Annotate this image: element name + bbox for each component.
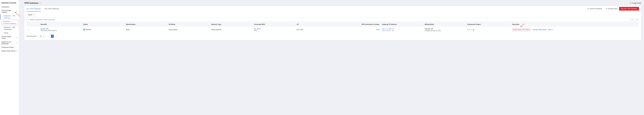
- gateway-ip-2[interactable]: 123.xx.9.221: [382, 30, 391, 31]
- book-icon: [630, 2, 632, 4]
- tabs: S2C VPN Gateways P2C VPN Gateways: [26, 6, 59, 11]
- col-ep: Enterprise Project: [466, 22, 511, 27]
- tab-s2c[interactable]: S2C VPN Gateways: [26, 6, 41, 11]
- associate-link[interactable]: vpc-demo: [254, 28, 261, 30]
- select-all-checkbox[interactable]: [28, 23, 30, 25]
- table-header-row: Name/ID Status Specification HA Mode Net…: [26, 22, 639, 27]
- chevron-right-icon: [56, 36, 57, 37]
- process-flow-link[interactable]: Process Flow: [606, 8, 617, 10]
- sidebar-title: Network Console: [0, 1, 19, 5]
- refresh-button[interactable]: [630, 18, 634, 22]
- refresh-icon: [631, 19, 633, 20]
- svg-line-5: [29, 20, 29, 20]
- table-row: vpngw-846f b517dcab-2b94-4d3c-8... Norma…: [26, 27, 639, 33]
- search-input-wrapper: [26, 18, 629, 22]
- sidebar-item-classic[interactable]: Classic: [0, 31, 19, 35]
- search-icon: [28, 19, 30, 20]
- help-icon[interactable]: ?: [39, 2, 41, 4]
- sidebar-item-ent-vpn-gateways[interactable]: Enterprise – VPN Gateways: [0, 14, 19, 20]
- associate-type: VPC: [254, 30, 294, 31]
- col-assoc: Associate With: [253, 22, 295, 27]
- status-badge: Normal: [83, 29, 91, 30]
- billing-date: Created at Aug 16, 202...: [425, 30, 442, 32]
- col-billing: Billing Mode: [424, 22, 466, 27]
- next-page-button[interactable]: [55, 35, 58, 38]
- eye-off-icon: [588, 8, 589, 10]
- copy-icon[interactable]: [392, 30, 394, 31]
- sidebar-item-ent-customer-gateways[interactable]: Enterprise – Customer Gateways: [2, 20, 18, 25]
- col-gwip: Gateway IP Address: [381, 22, 424, 27]
- col-op: Operation: [511, 22, 639, 27]
- chevron-down-icon: [33, 14, 35, 15]
- content-panel: S2C VPN Gateways P2C VPN Gateways Servic…: [24, 6, 641, 40]
- col-spec: Specification: [124, 22, 167, 27]
- tab-p2c[interactable]: P2C VPN Gateways: [44, 6, 59, 11]
- svg-point-6: [637, 19, 637, 20]
- sidebar-item-dashboard[interactable]: Dashboard: [0, 5, 19, 9]
- external-link-icon: [16, 37, 18, 38]
- more-dropdown[interactable]: More: [548, 29, 553, 31]
- sidebar: Network Console Dashboard Virtual Privat…: [0, 0, 19, 115]
- main-content: VPN Gateway ? Usage Guide S2C VPN Gatewa…: [19, 0, 644, 115]
- svg-point-4: [28, 19, 29, 20]
- sidebar-item-ent-vpn-connections[interactable]: Enterprise – VPN Connections: [0, 26, 19, 31]
- modify-basic-info-link[interactable]: Modify Basic Information: [512, 28, 531, 31]
- col-status: Status: [82, 22, 124, 27]
- sidebar-item-vpc[interactable]: Virtual Private Cloud: [0, 35, 19, 40]
- cell-az: AZ1, AZ2: [295, 27, 340, 33]
- page-size-select[interactable]: 10: [39, 35, 46, 38]
- change-billing-mode-link[interactable]: Change Billing Mode: [532, 29, 547, 31]
- chevron-down-icon: [552, 29, 553, 30]
- sidebar-item-ecs[interactable]: Elastic Cloud Server: [0, 49, 19, 53]
- gateway-id: b517dcab-2b94-4d3c-8...: [40, 30, 80, 31]
- chevron-left-icon: [48, 36, 49, 37]
- sidebar-item-enterprise-router[interactable]: Enterprise Router: [0, 46, 19, 49]
- svg-text:?: ?: [40, 2, 40, 4]
- chevron-up-icon: [16, 11, 18, 12]
- gateway-ip-1[interactable]: 121.xx.xx.149: [382, 28, 392, 30]
- col-net: Network Type: [210, 22, 253, 27]
- export-button[interactable]: Export: [26, 13, 36, 16]
- billing-mode: Pay-per-use: [425, 28, 465, 30]
- chevron-down-icon: [43, 36, 44, 37]
- cell-net: Public network: [210, 27, 253, 33]
- external-link-icon: [16, 42, 18, 44]
- sidebar-item-eip[interactable]: Elastic IP and Bandwidth: [0, 40, 19, 46]
- usage-guide-link[interactable]: Usage Guide: [630, 2, 641, 4]
- cell-ep: xxxx xxxg: [466, 27, 511, 33]
- total-records: Total Records: 1: [26, 35, 38, 37]
- buy-vpn-gateway-button[interactable]: Buy S2C VPN Gateway: [619, 7, 639, 10]
- col-groups: VPN Connection Groups: [340, 22, 381, 27]
- search-input[interactable]: [30, 18, 628, 21]
- pagination: Total Records: 1 10 1: [26, 33, 639, 38]
- col-az: AZ: [295, 22, 340, 27]
- external-link-icon: [16, 50, 18, 52]
- service-overview-link[interactable]: Service Overview: [588, 8, 602, 10]
- prev-page-button[interactable]: [47, 35, 50, 38]
- eye-off-icon: [606, 8, 608, 10]
- external-link-icon: [14, 47, 16, 48]
- settings-button[interactable]: [635, 18, 639, 22]
- gateway-name-link[interactable]: vpngw-846f: [40, 28, 48, 30]
- cell-ha: Active-active: [167, 27, 210, 33]
- copy-icon[interactable]: [392, 28, 394, 30]
- check-icon: [83, 29, 85, 30]
- col-name: Name/ID: [39, 22, 82, 27]
- row-checkbox[interactable]: [28, 29, 30, 30]
- cell-spec: Basic: [124, 27, 167, 33]
- col-ha: HA Mode: [167, 22, 210, 27]
- sidebar-item-vpn[interactable]: Virtual Private Network: [0, 9, 19, 14]
- gear-icon: [636, 19, 638, 20]
- page-number-current[interactable]: 1: [51, 35, 54, 38]
- vpn-gateway-table: Name/ID Status Specification HA Mode Net…: [26, 22, 639, 33]
- cell-groups: 1 /10: [340, 27, 381, 33]
- page-title: VPN Gateway ?: [24, 2, 41, 4]
